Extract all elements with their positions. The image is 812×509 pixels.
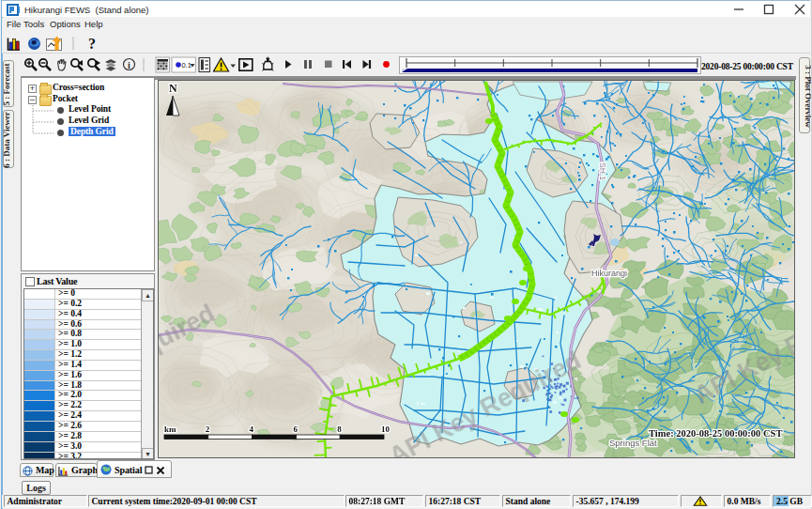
svg-text:?: ? — [88, 36, 96, 52]
svg-text:8: 8 — [337, 424, 342, 434]
svg-text:i: i — [128, 60, 130, 70]
svg-text:4: 4 — [250, 424, 254, 434]
svg-text:6: 6 — [293, 424, 298, 434]
svg-text:2: 2 — [206, 424, 210, 434]
svg-text:5 : Forecast: 5 : Forecast — [4, 64, 11, 106]
svg-text:km: km — [164, 424, 176, 434]
svg-text:Springs Flat: Springs Flat — [609, 438, 657, 448]
svg-text:6 : Data Viewer: 6 : Data Viewer — [4, 112, 11, 168]
svg-text:3 : Plot Overview: 3 : Plot Overview — [804, 65, 811, 128]
svg-text:SH 1: SH 1 — [598, 162, 607, 180]
svg-text:0.1: 0.1 — [182, 61, 192, 69]
svg-text:Time: 2020-08-25 00:00:00 CST: Time: 2020-08-25 00:00:00 CST — [649, 428, 782, 439]
svg-text:N: N — [169, 82, 177, 95]
svg-text:Hikurangi: Hikurangi — [591, 269, 627, 278]
svg-text:10: 10 — [381, 424, 391, 434]
